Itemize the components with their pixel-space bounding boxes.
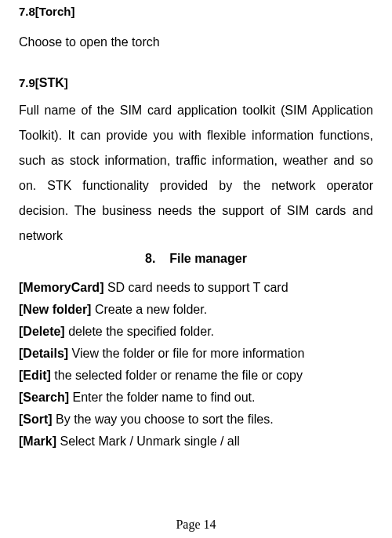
list-item: [Mark] Select Mark / Unmark single / all [19, 431, 373, 453]
item-label: [Search] [19, 391, 69, 404]
item-desc: Enter the folder name to find out. [69, 391, 255, 404]
item-label: [New folder] [19, 303, 91, 316]
list-item: [Delete] delete the specified folder. [19, 321, 373, 343]
item-label: [Details] [19, 347, 68, 360]
chapter-number: 8. [145, 252, 155, 265]
item-label: [Sort] [19, 413, 53, 426]
chapter-8-heading: 8. File manager [19, 252, 373, 266]
list-item: [Edit] the selected folder or rename the… [19, 365, 373, 387]
list-item: [Search] Enter the folder name to find o… [19, 387, 373, 409]
section-7-9-body: Full name of the SIM card application to… [19, 98, 373, 249]
item-desc: delete the specified folder. [65, 325, 214, 338]
item-desc: By the way you choose to sort the files. [53, 413, 274, 426]
list-item: [MemoryCard] SD card needs to support T … [19, 277, 373, 299]
section-7-8-body: Choose to open the torch [19, 32, 373, 53]
item-label: [Mark] [19, 434, 56, 448]
section-7-9-heading: 7.9[STK] [19, 76, 373, 90]
chapter-title: File manager [169, 252, 247, 265]
item-desc: SD card needs to support T card [103, 281, 288, 294]
item-label: [Edit] [19, 369, 51, 382]
list-item: [New folder] Create a new folder. [19, 299, 373, 321]
list-item: [Details] View the folder or file for mo… [19, 343, 373, 365]
item-label: [Delete] [19, 325, 65, 338]
section-7-9-heading-prefix: 7.9[ [19, 76, 39, 89]
list-item: [Sort] By the way you choose to sort the… [19, 409, 373, 431]
item-desc: Create a new folder. [91, 303, 207, 316]
page-number: Page 14 [0, 518, 392, 532]
page-container: 7.8[Torch] Choose to open the torch 7.9[… [0, 0, 392, 538]
item-desc: View the folder or file for more informa… [68, 347, 304, 360]
file-manager-list: [MemoryCard] SD card needs to support T … [19, 277, 373, 453]
item-desc: the selected folder or rename the file o… [51, 369, 303, 382]
section-7-9-heading-suffix: ] [64, 76, 68, 89]
item-label: [MemoryCard] [19, 281, 103, 294]
section-7-9-heading-bold: STK [39, 76, 64, 89]
section-7-8-heading: 7.8[Torch] [19, 5, 373, 18]
item-desc: Select Mark / Unmark single / all [56, 434, 240, 448]
